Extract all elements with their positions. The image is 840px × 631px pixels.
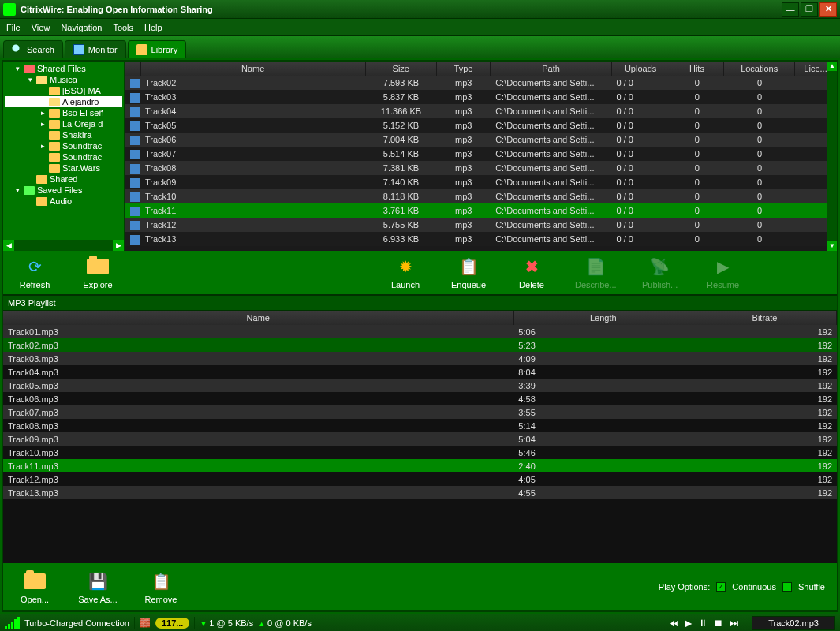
playlist-row[interactable]: Track02.mp35:23192	[3, 338, 837, 352]
playlist-row[interactable]: Track03.mp34:09192	[3, 352, 837, 365]
play-button[interactable]: ▶	[685, 618, 692, 629]
now-playing: Track02.mp3	[752, 616, 835, 630]
tree-star-wars[interactable]: Star.Wars	[5, 162, 122, 174]
tree-bso[interactable]: [BSO] MA	[5, 85, 122, 96]
shuffle-label: Shuffle	[798, 582, 825, 592]
refresh-button[interactable]: ⟳Refresh	[15, 256, 54, 289]
explore-button[interactable]: Explore	[78, 256, 118, 289]
file-vscroll[interactable]: ▲▼	[827, 62, 837, 251]
next-button[interactable]: ⏭	[730, 618, 739, 629]
playlist-row[interactable]: Track05.mp33:39192	[3, 379, 837, 392]
playlist-header: MP3 Playlist	[3, 294, 837, 311]
prev-button[interactable]: ⏮	[669, 618, 678, 629]
menu-tools[interactable]: Tools	[113, 23, 133, 32]
close-button[interactable]: ✕	[819, 2, 837, 17]
music-icon	[130, 207, 140, 216]
menu-view[interactable]: View	[32, 23, 50, 32]
music-icon	[130, 192, 140, 202]
signal-icon	[5, 617, 20, 629]
tab-monitor[interactable]: Monitor	[65, 40, 126, 58]
file-row[interactable]: Track125.755 KBmp3C:\Documents and Setti…	[125, 218, 837, 232]
col-icon[interactable]	[125, 62, 140, 76]
file-row[interactable]: Track075.514 KBmp3C:\Documents and Setti…	[125, 147, 837, 161]
scroll-down-icon[interactable]: ▼	[827, 241, 837, 251]
file-row[interactable]: Track108.118 KBmp3C:\Documents and Setti…	[125, 189, 837, 203]
saved-icon	[24, 186, 35, 195]
tabbar: Search Monitor Library	[0, 36, 840, 58]
file-row[interactable]: Track113.761 KBmp3C:\Documents and Setti…	[125, 203, 837, 218]
pcol-length[interactable]: Length	[513, 311, 693, 325]
playlist-row[interactable]: Track12.mp34:05192	[3, 472, 837, 486]
search-icon	[12, 44, 23, 55]
tree-soundtrack2[interactable]: Soundtrac	[5, 151, 122, 162]
playlist-row[interactable]: Track01.mp35:06192	[3, 325, 837, 338]
playlist-row[interactable]: Track11.mp32:40192	[3, 459, 837, 472]
delete-icon: ✖	[521, 256, 543, 278]
file-row[interactable]: Track0411.366 KBmp3C:\Documents and Sett…	[125, 104, 837, 118]
scroll-up-icon[interactable]: ▲	[827, 62, 837, 71]
tree-audio[interactable]: Audio	[5, 196, 122, 207]
continuous-checkbox[interactable]: ✓	[716, 582, 726, 592]
tree-hscroll[interactable]: ◀▶	[3, 240, 124, 251]
playlist-row[interactable]: Track10.mp35:46192	[3, 446, 837, 459]
col-locations[interactable]: Locations	[724, 62, 795, 76]
remove-button[interactable]: 📋Remove	[141, 570, 181, 604]
save-as-button[interactable]: 💾Save As...	[78, 570, 118, 604]
tree-shared[interactable]: Shared	[5, 174, 122, 185]
folder-open-icon	[49, 98, 60, 106]
tree-musica[interactable]: ▾Musica	[5, 74, 122, 85]
enqueue-button[interactable]: 📋Enqueue	[449, 256, 488, 289]
pcol-name[interactable]: Name	[3, 311, 513, 325]
stop-button[interactable]: ⏹	[714, 618, 723, 629]
menu-help[interactable]: Help	[144, 23, 162, 32]
playlist-row[interactable]: Track06.mp34:58192	[3, 392, 837, 405]
tree-soundtrack1[interactable]: ▸Soundtrac	[5, 140, 122, 151]
folder-icon	[49, 153, 60, 162]
scroll-right-icon[interactable]: ▶	[113, 240, 124, 251]
col-size[interactable]: Size	[365, 62, 436, 76]
tree-saved-files[interactable]: ▾Saved Files	[5, 185, 122, 196]
minimize-button[interactable]: —	[782, 2, 799, 17]
file-row[interactable]: Track136.933 KBmp3C:\Documents and Setti…	[125, 232, 837, 246]
scroll-left-icon[interactable]: ◀	[3, 240, 14, 251]
file-row[interactable]: Track067.004 KBmp3C:\Documents and Setti…	[125, 133, 837, 147]
tab-search[interactable]: Search	[3, 40, 63, 58]
file-list: Name Size Type Path Uploads Hits Locatio…	[125, 62, 837, 251]
tree-shared-files[interactable]: ▾Shared Files	[5, 63, 122, 74]
playlist-row[interactable]: Track07.mp33:55192	[3, 405, 837, 419]
tree-shakira[interactable]: Shakira	[5, 129, 122, 140]
tree-bso-el[interactable]: ▸Bso El señ	[5, 107, 122, 118]
launch-button[interactable]: ✹Launch	[386, 256, 425, 289]
tab-library[interactable]: Library	[128, 40, 187, 58]
col-type[interactable]: Type	[436, 62, 491, 76]
pause-button[interactable]: ⏸	[698, 618, 707, 629]
col-hits[interactable]: Hits	[670, 62, 724, 76]
refresh-icon: ⟳	[24, 256, 46, 278]
file-row[interactable]: Track035.837 KBmp3C:\Documents and Setti…	[125, 90, 837, 104]
open-button[interactable]: Open...	[15, 570, 54, 604]
file-row[interactable]: Track027.593 KBmp3C:\Documents and Setti…	[125, 76, 837, 90]
folder-tree: ▾Shared Files ▾Musica [BSO] MA Alejandro…	[3, 62, 125, 251]
playlist-row[interactable]: Track09.mp35:04192	[3, 432, 837, 446]
playlist-row[interactable]: Track13.mp34:55192	[3, 486, 837, 499]
playlist-row[interactable]: Track04.mp38:04192	[3, 365, 837, 379]
col-name[interactable]: Name	[140, 62, 365, 76]
menu-navigation[interactable]: Navigation	[61, 23, 102, 32]
tree-la-oreja[interactable]: ▸La Oreja d	[5, 118, 122, 129]
delete-button[interactable]: ✖Delete	[512, 256, 551, 289]
file-row[interactable]: Track097.140 KBmp3C:\Documents and Setti…	[125, 175, 837, 189]
playlist-row[interactable]: Track08.mp35:14192	[3, 419, 837, 432]
app-icon	[3, 3, 16, 16]
shuffle-checkbox[interactable]	[782, 582, 792, 592]
pcol-bitrate[interactable]: Bitrate	[693, 311, 837, 325]
tree-alejandro[interactable]: Alejandro	[5, 96, 122, 107]
file-row[interactable]: Track055.152 KBmp3C:\Documents and Setti…	[125, 118, 837, 133]
download-rate: 1 @ 5 KB/s	[200, 618, 253, 628]
maximize-button[interactable]: ❐	[801, 2, 818, 17]
menu-file[interactable]: File	[6, 23, 21, 32]
col-uploads[interactable]: Uploads	[611, 62, 670, 76]
file-row[interactable]: Track087.381 KBmp3C:\Documents and Setti…	[125, 161, 837, 175]
music-icon	[130, 93, 140, 103]
tab-search-label: Search	[27, 45, 54, 54]
col-path[interactable]: Path	[491, 62, 611, 76]
